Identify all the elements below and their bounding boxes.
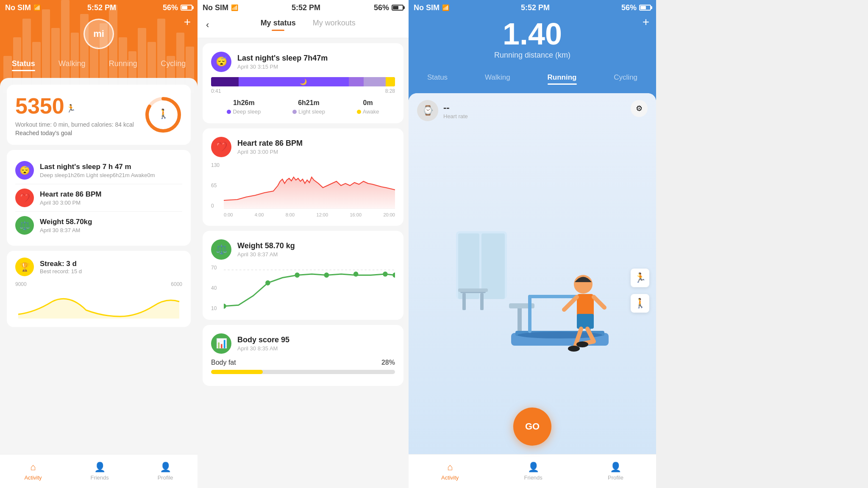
- light-sleep-label: Light sleep: [292, 108, 325, 115]
- tab-status-1[interactable]: Status: [8, 58, 39, 73]
- svg-point-31: [568, 346, 580, 352]
- awake-val: 0m: [363, 99, 373, 107]
- nav-friends-label-3: Friends: [524, 474, 542, 481]
- add-button-3[interactable]: +: [643, 15, 649, 29]
- profile-icon-3: 👤: [610, 462, 621, 473]
- status-bar-right-2: 56%: [374, 3, 403, 12]
- heartrate-list-item[interactable]: ❤️ Heart rate 86 BPM April 30 3:00 PM: [15, 184, 182, 212]
- running-distance: 1.40: [417, 19, 648, 49]
- weight-card-date: April 30 8:37 AM: [237, 251, 295, 258]
- status-bar-left-3: No SIM 📶: [414, 3, 449, 12]
- panel-my-status: No SIM 📶 5:52 PM 56% ‹ My status My work…: [198, 0, 409, 488]
- battery-icon-3: [639, 5, 651, 11]
- home-icon-3: ⌂: [447, 462, 453, 473]
- panel2-scroll[interactable]: 😴 Last night's sleep 7h47m April 30 3:15…: [198, 38, 409, 488]
- hr-sub: April 30 3:00 PM: [40, 200, 102, 206]
- body-score-date: April 30 8:35 AM: [237, 345, 289, 352]
- streak-chart: [15, 289, 182, 319]
- steps-workout-info: Workout time: 0 min, burned calories: 84…: [15, 121, 134, 128]
- deep-sleep-label: Deep sleep: [227, 108, 261, 115]
- tab-my-workouts[interactable]: My workouts: [313, 19, 356, 31]
- steps-number: 5350: [15, 94, 64, 118]
- weight-card: ⚖️ Weight 58.70 kg April 30 8:37 AM 70 4…: [203, 231, 403, 320]
- body-score-card: 📊 Body score 95 April 30 8:35 AM Body fa…: [203, 325, 403, 386]
- panel1-scroll[interactable]: 5350 🏃 Workout time: 0 min, burned calor…: [0, 78, 198, 488]
- mi-logo: mi: [83, 19, 114, 49]
- home-icon-1: ⌂: [30, 462, 36, 473]
- status-bar-right-3: 56%: [621, 3, 651, 12]
- panel1-header: mi +: [0, 15, 198, 56]
- bottom-nav-1: ⌂ Activity 👤 Friends 👤 Profile: [0, 454, 198, 488]
- tab-walking-3[interactable]: Walking: [481, 72, 514, 86]
- nav-profile-3[interactable]: 👤 Profile: [608, 462, 623, 481]
- progress-ring: 🚶: [144, 96, 182, 134]
- walking-mode-icon[interactable]: 🚶: [631, 294, 649, 313]
- svg-point-32: [576, 341, 588, 347]
- body-fat-label: Body fat: [211, 359, 236, 366]
- go-button[interactable]: GO: [513, 408, 551, 446]
- add-button-1[interactable]: +: [184, 15, 191, 29]
- tab-my-status[interactable]: My status: [261, 19, 296, 31]
- nav-friends-1[interactable]: 👤 Friends: [90, 462, 108, 481]
- svg-rect-24: [528, 295, 531, 333]
- hr-card-date: April 30 3:00 PM: [237, 149, 303, 155]
- nav-profile-1[interactable]: 👤 Profile: [158, 462, 173, 481]
- streak-sub: Best record: 15 d: [40, 268, 82, 274]
- chart-label-6000: 6000: [171, 281, 182, 287]
- sleep-list-item[interactable]: 😴 Last night's sleep 7 h 47 m Deep sleep…: [15, 157, 182, 184]
- tab-running-3[interactable]: Running: [544, 72, 580, 86]
- back-button[interactable]: ‹: [206, 19, 209, 30]
- svg-point-8: [324, 272, 329, 277]
- weight-sub: April 30 8:37 AM: [40, 227, 92, 233]
- steps-goal: Reached today's goal: [15, 130, 134, 136]
- weight-title: Weight 58.70kg: [40, 218, 92, 226]
- svg-point-11: [392, 272, 395, 277]
- tab-status-3[interactable]: Status: [424, 72, 451, 86]
- sleep-title: Last night's sleep 7 h 47 m: [40, 163, 155, 171]
- svg-rect-16: [462, 293, 466, 310]
- steps-value: 5350 🏃: [15, 93, 134, 119]
- svg-point-7: [295, 272, 300, 277]
- panel3-content: ⌚ -- Heart rate ⚙: [409, 93, 656, 488]
- hr-y-0: 0: [211, 203, 224, 209]
- svg-rect-17: [480, 293, 484, 310]
- svg-rect-18: [458, 288, 488, 292]
- tab-cycling-1[interactable]: Cycling: [157, 58, 189, 73]
- awake-label: Awake: [357, 108, 379, 115]
- bottom-nav-3: ⌂ Activity 👤 Friends 👤 Profile: [409, 454, 656, 488]
- steps-card: 5350 🏃 Workout time: 0 min, burned calor…: [7, 85, 191, 145]
- weight-list-item[interactable]: ⚖️ Weight 58.70kg April 30 8:37 AM: [15, 212, 182, 239]
- weight-card-icon: ⚖️: [211, 239, 231, 260]
- weight-icon: ⚖️: [15, 216, 34, 235]
- tab-running-1[interactable]: Running: [106, 58, 141, 73]
- nav-friends-3[interactable]: 👤 Friends: [524, 462, 542, 481]
- streak-card: 🏆 Streak: 3 d Best record: 15 d 9000 600…: [7, 251, 191, 327]
- hr-x-0: 0:00: [224, 212, 233, 217]
- svg-rect-28: [577, 294, 594, 317]
- running-mode-icon[interactable]: 🏃: [631, 269, 649, 287]
- weight-card-title: Weight 58.70 kg: [237, 241, 295, 250]
- sleep-icon: 😴: [15, 161, 34, 180]
- light-sleep-val: 6h21m: [298, 99, 320, 107]
- sleep-sub: Deep sleep1h26m Light sleep6h21m Awake0m: [40, 172, 155, 178]
- gear-button[interactable]: ⚙: [631, 100, 648, 117]
- body-fat-bar: [211, 370, 395, 374]
- running-unit: Running distance (km): [417, 51, 648, 60]
- panel2-header: ‹ My status My workouts: [198, 15, 409, 38]
- tab-cycling-3[interactable]: Cycling: [610, 72, 641, 86]
- sleep-card-date: April 30 3:15 PM: [237, 64, 328, 70]
- carrier-3: No SIM: [414, 3, 440, 12]
- hr-widget-label: Heart rate: [443, 113, 468, 119]
- carrier-2: No SIM: [203, 3, 228, 12]
- hr-card-icon: ❤️: [211, 137, 231, 157]
- streak-title: Streak: 3 d: [40, 260, 82, 268]
- svg-rect-29: [577, 314, 594, 329]
- friends-icon-1: 👤: [94, 462, 106, 473]
- nav-activity-1[interactable]: ⌂ Activity: [24, 462, 42, 481]
- time-2: 5:52 PM: [292, 3, 320, 12]
- tab-walking-1[interactable]: Walking: [55, 58, 89, 73]
- svg-point-10: [383, 272, 388, 277]
- nav-profile-label-1: Profile: [158, 474, 173, 481]
- nav-activity-3[interactable]: ⌂ Activity: [441, 462, 459, 481]
- treadmill-svg: [443, 223, 621, 358]
